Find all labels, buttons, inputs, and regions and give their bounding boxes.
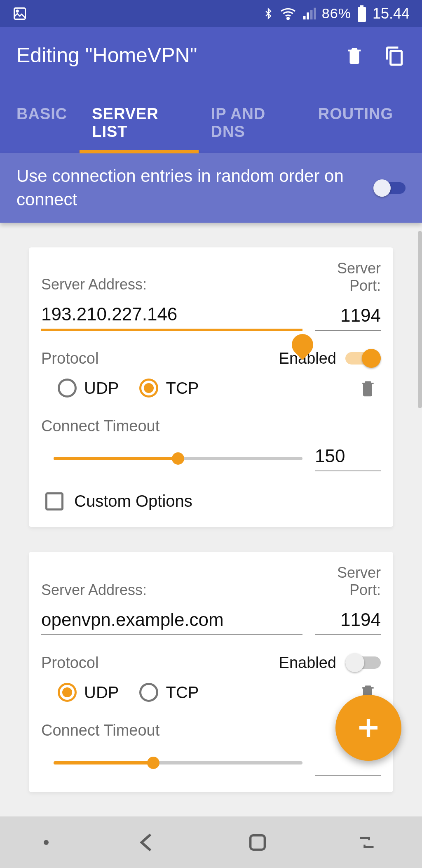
nav-recents-button[interactable] (355, 833, 378, 852)
battery-icon (357, 5, 367, 22)
radio-checked-icon (139, 379, 158, 398)
server-enabled-toggle[interactable] (345, 349, 381, 368)
recents-icon (355, 833, 378, 852)
protocol-label: Protocol (41, 350, 98, 367)
signal-icon (302, 7, 316, 21)
random-order-label: Use connection entries in random order o… (16, 165, 373, 211)
radio-unchecked-icon (58, 379, 77, 398)
server-address-input[interactable] (41, 609, 302, 635)
svg-rect-5 (391, 51, 402, 65)
svg-rect-6 (250, 835, 265, 849)
random-order-row[interactable]: Use connection entries in random order o… (0, 153, 422, 223)
duplicate-profile-button[interactable] (382, 44, 406, 67)
nav-home-button[interactable] (247, 832, 268, 853)
svg-rect-0 (14, 8, 26, 19)
picture-icon (12, 6, 27, 21)
clock: 15.44 (373, 5, 410, 22)
server-port-label: Server Port: (315, 260, 381, 294)
battery-percent: 86% (322, 5, 351, 21)
tab-bar: BASIC SERVER LIST IP AND DNS ROUTING (16, 96, 406, 153)
custom-options-checkbox[interactable]: Custom Options (45, 492, 381, 510)
checkbox-unchecked-icon (45, 492, 63, 510)
tab-routing[interactable]: ROUTING (306, 96, 406, 153)
protocol-tcp-radio[interactable]: TCP (139, 683, 199, 702)
connect-timeout-slider[interactable] (54, 457, 302, 460)
android-nav-bar (0, 816, 422, 868)
radio-unchecked-icon (139, 683, 158, 702)
random-order-toggle[interactable] (373, 179, 406, 197)
protocol-udp-radio[interactable]: UDP (58, 379, 119, 398)
app-bar: Editing "HomeVPN" BASIC SERVER LIST IP A… (0, 27, 422, 153)
svg-rect-4 (358, 7, 366, 22)
svg-rect-3 (360, 5, 363, 7)
page-title: Editing "HomeVPN" (16, 43, 326, 67)
protocol-tcp-label: TCP (166, 683, 199, 702)
server-address-label: Server Address: (41, 581, 302, 599)
protocol-udp-label: UDP (84, 379, 119, 398)
home-icon (247, 832, 268, 853)
server-enabled-toggle[interactable] (345, 653, 381, 672)
tab-basic[interactable]: BASIC (16, 96, 80, 153)
server-port-input[interactable] (315, 609, 381, 635)
add-server-fab[interactable] (335, 695, 401, 761)
connect-timeout-input[interactable] (315, 446, 381, 471)
protocol-tcp-label: TCP (166, 379, 199, 398)
protocol-label: Protocol (41, 654, 98, 672)
scrollbar[interactable] (418, 231, 422, 408)
trash-icon (345, 45, 364, 66)
tab-server-list[interactable]: SERVER LIST (80, 96, 198, 153)
enabled-label: Enabled (279, 654, 336, 672)
plus-icon (355, 714, 382, 741)
server-port-input[interactable] (315, 305, 381, 331)
radio-checked-icon (58, 683, 77, 702)
connect-timeout-slider[interactable] (54, 761, 302, 764)
trash-icon (359, 378, 377, 398)
copy-icon (384, 44, 404, 66)
server-address-label: Server Address: (41, 276, 302, 293)
custom-options-label: Custom Options (74, 492, 192, 510)
svg-point-1 (16, 10, 19, 12)
connect-timeout-label: Connect Timeout (41, 417, 381, 435)
nav-assistant-icon[interactable] (44, 840, 49, 845)
back-icon (136, 830, 159, 854)
connect-timeout-label: Connect Timeout (41, 722, 381, 739)
svg-point-2 (287, 17, 289, 19)
protocol-udp-radio[interactable]: UDP (58, 683, 119, 702)
android-status-bar: 86% 15.44 (0, 0, 422, 27)
server-card: Server Address: Server Port: Protocol En… (29, 247, 393, 527)
server-card: Server Address: Server Port: Protocol En… (29, 552, 393, 792)
server-address-input[interactable] (41, 304, 302, 331)
nav-back-button[interactable] (136, 830, 159, 854)
wifi-icon (280, 5, 296, 22)
delete-profile-button[interactable] (343, 44, 366, 67)
protocol-udp-label: UDP (84, 683, 119, 702)
server-port-label: Server Port: (315, 564, 381, 599)
bluetooth-icon (263, 5, 274, 22)
tab-ip-and-dns[interactable]: IP AND DNS (199, 96, 306, 153)
delete-server-button[interactable] (359, 378, 377, 398)
protocol-tcp-radio[interactable]: TCP (139, 379, 199, 398)
